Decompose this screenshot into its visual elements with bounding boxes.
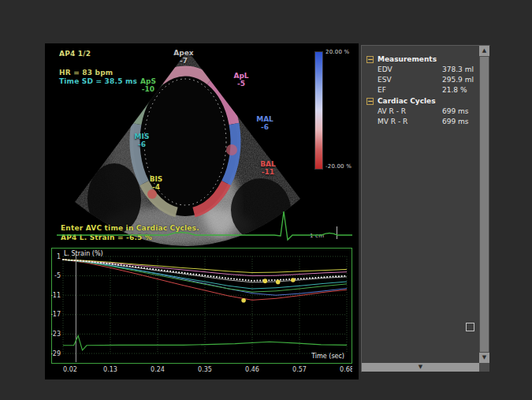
measurement-value: 699 ms [442, 117, 469, 127]
measurement-row-av-rr: AV R - R 699 ms [362, 107, 478, 117]
scroll-down-icon[interactable]: ▼ [479, 353, 489, 363]
segment-label-mal: MAL-6 [247, 115, 283, 131]
scrollbar-thumb[interactable] [480, 57, 489, 352]
measurement-label: EDV [378, 65, 392, 73]
segment-label-apl: ApL-5 [223, 72, 259, 88]
chart-xlabel: Time (sec) [311, 353, 344, 360]
svg-text:-11: -11 [51, 292, 61, 299]
chart-canvas: 1-5-11-17-23-290.020.130.240.350.460.570… [51, 248, 352, 375]
small-square-button[interactable] [466, 323, 474, 331]
measurement-row-ef: EF 21.8 % [362, 85, 478, 95]
bottom-scrollbar[interactable]: ▼ [362, 363, 479, 372]
svg-text:0.13: 0.13 [103, 366, 117, 373]
measurements-panel: − Measurements EDV 378.3 ml ESV 295.9 ml… [361, 45, 490, 372]
segment-label-bis: BIS-4 [138, 175, 174, 191]
colorbar-min-label: -20.00 % [326, 163, 352, 170]
strain-chart: 1-5-11-17-23-290.020.130.240.350.460.570… [51, 248, 352, 375]
measurement-row-esv: ESV 295.9 ml [362, 75, 478, 85]
imaging-area: AP4 1/2 HR = 83 bpm Time SD = 38.5 ms Ap… [45, 43, 359, 379]
measurement-label: EF [378, 86, 386, 94]
svg-text:0.68: 0.68 [340, 366, 352, 373]
ecg-trace [57, 205, 352, 245]
group-header-measurements[interactable]: − Measurements [362, 54, 478, 65]
svg-text:0.35: 0.35 [198, 366, 212, 373]
svg-text:-23: -23 [51, 331, 61, 338]
colorbar-max-label: 20.00 % [326, 49, 349, 55]
svg-text:1: 1 [57, 253, 61, 260]
svg-text:0.46: 0.46 [245, 366, 259, 373]
segment-label-bal: BAL-11 [250, 160, 286, 176]
measurement-label: ESV [378, 76, 392, 84]
collapse-icon[interactable]: − [366, 98, 374, 105]
measurement-label: AV R - R [378, 107, 406, 115]
segment-label-mis: MIS-6 [124, 133, 160, 148]
measurement-row-mv-rr: MV R - R 699 ms [362, 117, 478, 127]
segment-label-apex: Apex-7 [166, 49, 202, 65]
measurement-label: MV R - R [378, 118, 407, 125]
vertical-scrollbar[interactable]: ▲ ▼ [479, 46, 489, 372]
collapse-icon[interactable]: − [366, 56, 374, 63]
segment-label-aps: ApS-10 [130, 77, 166, 93]
group-label: Measurements [378, 55, 437, 63]
panel-content: − Measurements EDV 378.3 ml ESV 295.9 ml… [362, 54, 478, 127]
strain-colorbar [314, 51, 323, 170]
view-label: AP4 1/2 [59, 50, 91, 58]
group-header-cardiac-cycles[interactable]: − Cardiac Cycles [362, 95, 478, 107]
scroll-up-icon[interactable]: ▲ [479, 46, 489, 56]
measurement-value: 378.3 ml [442, 65, 474, 75]
measurement-value: 295.9 ml [442, 75, 474, 85]
measurement-value: 21.8 % [442, 85, 467, 95]
svg-text:0.02: 0.02 [63, 366, 77, 373]
measurement-row-edv: EDV 378.3 ml [362, 65, 478, 75]
svg-text:-17: -17 [51, 311, 61, 318]
svg-text:-5: -5 [54, 272, 61, 279]
group-label: Cardiac Cycles [378, 97, 436, 105]
svg-text:-29: -29 [51, 350, 61, 357]
chart-title: L. Strain (%) [64, 250, 103, 257]
svg-text:0.57: 0.57 [292, 366, 307, 373]
svg-text:0.24: 0.24 [151, 366, 165, 373]
measurement-value: 699 ms [442, 107, 469, 117]
time-sd-label: Time SD = 38.5 ms [59, 77, 137, 85]
heart-rate-label: HR = 83 bpm [59, 69, 113, 77]
